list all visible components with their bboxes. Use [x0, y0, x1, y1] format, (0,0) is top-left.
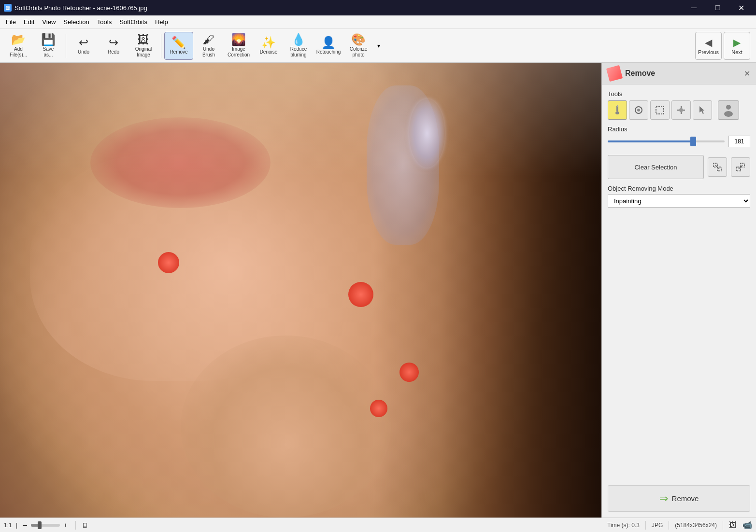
zoom-out-button[interactable]: ─ — [21, 521, 29, 529]
eraser-icon — [633, 105, 644, 115]
svg-rect-2 — [617, 105, 618, 107]
separator-1 — [66, 34, 66, 58]
object-mode-section: Object Removing Mode Inpainting Content … — [608, 185, 750, 208]
svg-rect-5 — [656, 106, 664, 114]
magic-wand-icon — [676, 105, 686, 115]
eraser-tool-button[interactable] — [629, 100, 648, 120]
menu-view[interactable]: View — [38, 16, 59, 28]
image-correction-button[interactable]: 🌄 ImageCorrection — [224, 32, 253, 60]
redo-button[interactable]: ↪ Redo — [99, 32, 128, 60]
photo-display — [0, 63, 601, 518]
remove-action-button[interactable]: ⇒ Remove — [608, 485, 750, 512]
toolbar-more-button[interactable]: ▾ — [374, 32, 384, 60]
zoom-level: 1:1 — [4, 522, 12, 529]
toolbox-header: Remove ✕ — [602, 63, 756, 84]
remove-icon: ✏️ — [171, 37, 186, 48]
window-title: SoftOrbits Photo Retoucher - acne-160676… — [14, 4, 147, 12]
colorize-photo-icon: 🎨 — [351, 34, 366, 45]
zoom-separator: | — [16, 522, 17, 529]
status-sep-1 — [75, 521, 76, 530]
auto-select-tool-button[interactable] — [693, 100, 712, 120]
radius-slider[interactable] — [608, 137, 725, 146]
zoom-in-button[interactable]: + — [62, 521, 70, 529]
minimize-button[interactable]: ─ — [683, 0, 705, 15]
magic-wand-tool-button[interactable] — [671, 100, 691, 120]
view-mode-icon: 🖥 — [82, 521, 88, 529]
auto-select-icon — [697, 105, 708, 115]
next-button[interactable]: ▶ Next — [724, 32, 750, 60]
svg-point-10 — [679, 108, 683, 112]
undo-label: Undo — [78, 49, 89, 55]
colorize-photo-label: Colorizephoto — [350, 46, 368, 58]
reduce-blurring-label: Reduceblurring — [290, 46, 307, 58]
rect-select-tool-button[interactable] — [650, 100, 670, 120]
app-icon: 🖼 — [4, 4, 12, 12]
menu-edit[interactable]: Edit — [20, 16, 38, 28]
select-expand-button[interactable] — [708, 157, 727, 177]
add-files-label: AddFile(s)... — [10, 46, 27, 58]
view-mode-area: 🖥 — [82, 521, 88, 529]
format-status: JPG — [652, 522, 663, 529]
undo-brush-button[interactable]: 🖌 UndoBrush — [194, 32, 223, 60]
toolbar: 📂 AddFile(s)... 💾 Saveas... ↩ Undo ↪ Red… — [0, 29, 756, 63]
radius-input[interactable] — [728, 136, 750, 147]
previous-arrow-icon: ◀ — [705, 37, 712, 48]
acne-mark-3 — [399, 363, 419, 382]
canvas-area[interactable] — [0, 63, 601, 518]
menu-selection[interactable]: Selection — [59, 16, 93, 28]
slider-fill — [608, 140, 693, 142]
status-sep-4 — [723, 521, 723, 530]
menu-file[interactable]: File — [2, 16, 20, 28]
status-sep-3 — [669, 521, 669, 530]
dimensions-status: (5184x3456x24) — [675, 522, 717, 529]
undo-brush-label: UndoBrush — [202, 46, 215, 58]
object-mode-label: Object Removing Mode — [608, 185, 750, 192]
neck-layer — [181, 336, 391, 518]
denoise-label: Denoise — [260, 49, 278, 55]
brush-icon — [612, 105, 623, 115]
save-as-icon: 💾 — [41, 34, 56, 45]
add-files-button[interactable]: 📂 AddFile(s)... — [4, 32, 33, 60]
undo-button[interactable]: ↩ Undo — [69, 32, 98, 60]
menu-tools[interactable]: Tools — [93, 16, 115, 28]
remove-action-label: Remove — [672, 494, 699, 503]
toolbox-spacer — [608, 213, 750, 479]
object-mode-select[interactable]: Inpainting Content Aware Fill Smear — [608, 194, 750, 208]
slider-thumb[interactable] — [690, 137, 696, 146]
menu-help[interactable]: Help — [151, 16, 172, 28]
close-button[interactable]: ✕ — [730, 0, 752, 15]
image-correction-icon: 🌄 — [231, 34, 246, 45]
denoise-button[interactable]: ✨ Denoise — [254, 32, 283, 60]
maximize-button[interactable]: □ — [707, 0, 728, 15]
status-sep-2 — [645, 521, 646, 530]
zoom-controls: 1:1 | ─ + — [4, 521, 70, 529]
toolbox-body: Tools — [602, 84, 756, 518]
original-image-label: OriginalImage — [135, 46, 152, 58]
select-shrink-button[interactable] — [731, 157, 750, 177]
next-label: Next — [731, 49, 742, 55]
share-photo-icon[interactable]: 🖼 — [729, 521, 737, 530]
previous-button[interactable]: ◀ Previous — [695, 32, 722, 60]
retouching-button[interactable]: 👤 Retouching — [314, 32, 343, 60]
brush-tool-button[interactable] — [608, 100, 627, 120]
save-as-label: Saveas... — [43, 46, 54, 58]
remove-button[interactable]: ✏️ Remove — [164, 32, 193, 60]
portrait-tool-button[interactable] — [718, 100, 739, 120]
share-video-icon[interactable]: 📹 — [742, 520, 752, 530]
toolbox-title: Remove — [625, 69, 655, 78]
svg-marker-11 — [699, 106, 704, 114]
original-image-button[interactable]: 🖼 OriginalImage — [129, 32, 158, 60]
toolbox-close-button[interactable]: ✕ — [744, 69, 750, 78]
portrait-icon — [722, 103, 735, 117]
tools-section: Tools — [608, 90, 750, 120]
colorize-photo-button[interactable]: 🎨 Colorizephoto — [344, 32, 373, 60]
toolbox-panel: Remove ✕ Tools — [601, 63, 756, 518]
zoom-slider[interactable] — [31, 524, 60, 527]
menu-softorbits[interactable]: SoftOrbits — [115, 16, 151, 28]
reduce-blurring-button[interactable]: 💧 Reduceblurring — [284, 32, 313, 60]
save-as-button[interactable]: 💾 Saveas... — [34, 32, 63, 60]
clear-selection-button[interactable]: Clear Selection — [608, 155, 704, 179]
zoom-slider-thumb[interactable] — [38, 521, 42, 529]
undo-icon: ↩ — [79, 37, 88, 48]
retouching-icon: 👤 — [321, 37, 336, 48]
